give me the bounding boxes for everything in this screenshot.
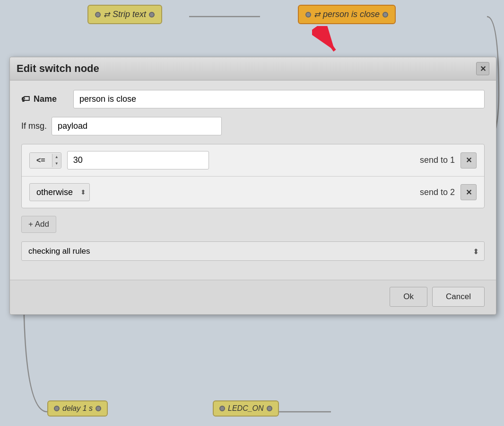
name-label: 🏷 Name: [21, 94, 73, 104]
name-input[interactable]: [73, 90, 485, 108]
operator-spinner-1: ▲ ▼: [52, 154, 61, 167]
node-ledon-right-port: [267, 406, 272, 411]
operator-spin-down-1[interactable]: ▼: [52, 160, 61, 167]
node-strip-right-port: [149, 12, 155, 18]
delete-rule-btn-1[interactable]: ✕: [461, 152, 477, 169]
send-to-label-1: send to 1: [420, 155, 455, 165]
node-person-right-port: [382, 12, 388, 18]
send-to-label-2: send to 2: [420, 187, 455, 197]
node-delay-left-port: [54, 406, 60, 411]
ok-button[interactable]: Ok: [390, 287, 427, 307]
rule-row-1: <= ▲ ▼ send to 1 ✕: [22, 144, 484, 177]
node-person-label: person is close: [323, 9, 380, 19]
node-strip-text[interactable]: ⇄ Strip text: [87, 5, 162, 24]
edit-switch-modal: Edit switch node ✕ 🏷 Name If msg. <=: [9, 57, 496, 315]
name-row: 🏷 Name: [21, 90, 485, 108]
ifmsg-row: If msg.: [21, 117, 485, 135]
checking-select[interactable]: checking all rules stopping after first …: [21, 241, 485, 261]
rule-value-input-1[interactable]: [67, 151, 209, 169]
node-delay-right-port: [96, 406, 101, 411]
rule-row-2: otherwise is true is false send to 2 ✕: [22, 177, 484, 208]
ifmsg-input[interactable]: [52, 117, 222, 135]
node-person-is-close[interactable]: ⇄ person is close: [298, 5, 396, 24]
node-person-left-port: [305, 12, 311, 18]
modal-header: Edit switch node ✕: [10, 57, 496, 80]
node-ledon-label: LEDC_ON: [228, 404, 264, 413]
operator-spin-up-1[interactable]: ▲: [52, 154, 61, 160]
modal-footer: Ok Cancel: [10, 280, 496, 314]
node-delay-label: delay 1 s: [62, 404, 93, 413]
operator-btn-1[interactable]: <=: [30, 153, 52, 168]
modal-close-button[interactable]: ✕: [476, 62, 489, 75]
node-strip-label: Strip text: [113, 9, 146, 19]
node-delay[interactable]: delay 1 s: [47, 400, 108, 417]
ifmsg-label: If msg.: [21, 121, 47, 131]
node-ledon-left-port: [219, 406, 225, 411]
node-ledon[interactable]: LEDC_ON: [213, 400, 279, 417]
node-strip-left-port: [95, 12, 101, 18]
checking-select-wrapper: checking all rules stopping after first …: [21, 241, 485, 261]
add-rule-button[interactable]: + Add: [21, 216, 56, 233]
modal-body: 🏷 Name If msg. <= ▲ ▼: [10, 80, 496, 280]
rules-container: <= ▲ ▼ send to 1 ✕ otherwise is true is …: [21, 144, 485, 208]
delete-rule-btn-2[interactable]: ✕: [461, 184, 477, 200]
otherwise-select-wrapper: otherwise is true is false: [29, 183, 90, 201]
modal-title: Edit switch node: [17, 62, 99, 75]
cancel-button[interactable]: Cancel: [432, 287, 485, 307]
node-person-icon: ⇄: [314, 10, 320, 19]
operator-group-1: <= ▲ ▼: [29, 152, 61, 169]
node-strip-icon: ⇄: [104, 10, 110, 19]
otherwise-select[interactable]: otherwise is true is false: [29, 183, 90, 201]
tag-icon: 🏷: [21, 94, 30, 104]
checking-row: checking all rules stopping after first …: [21, 241, 485, 261]
